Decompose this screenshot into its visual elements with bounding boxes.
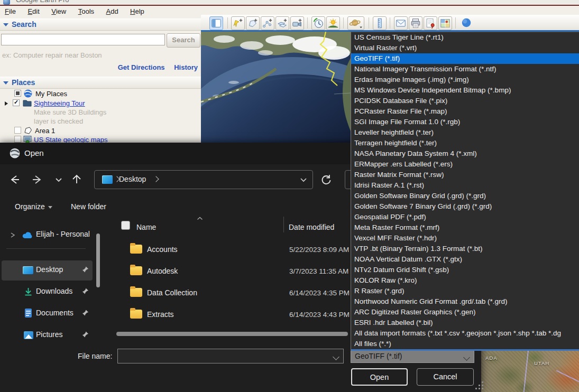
ruler-button[interactable] <box>373 16 387 30</box>
sidebar-item-downloads[interactable]: Downloads <box>2 282 93 302</box>
satellite-imagery[interactable]: ADA UTAH <box>480 349 579 392</box>
search-button[interactable]: Search <box>167 33 200 48</box>
up-button[interactable] <box>69 172 85 187</box>
format-option[interactable]: Vexcel MFF Raster (*.hdr) <box>351 233 579 244</box>
back-button[interactable] <box>6 172 22 187</box>
menu-add[interactable]: Add <box>102 6 123 15</box>
geologic-maps-checkbox[interactable] <box>14 136 21 143</box>
menu-help[interactable]: Help <box>125 6 149 15</box>
print-button[interactable] <box>409 16 422 30</box>
format-option[interactable]: Golden Software Binary Grid (.grd) (*.gr… <box>351 191 579 201</box>
tree-item-area-1[interactable]: Area 1 <box>0 126 200 135</box>
horizontal-scrollbar[interactable] <box>116 332 348 336</box>
view-in-maps-button[interactable] <box>438 16 452 30</box>
format-option[interactable]: PCIDSK Database File (*.pix) <box>351 96 579 106</box>
format-option[interactable]: KOLOR Raw (*.kro) <box>351 275 579 286</box>
file-row-accounts[interactable]: Accounts 5/22/2023 8:09 AM <box>111 240 349 260</box>
format-option[interactable]: National Imagery Transmission Format (*.… <box>351 64 579 74</box>
record-tour-button[interactable] <box>290 16 304 30</box>
format-option[interactable]: SGI Image File Format 1.0 (*.rgb) <box>351 117 579 127</box>
recent-locations-button[interactable] <box>51 172 67 187</box>
format-option[interactable]: Leveller heightfield (*.ter) <box>351 127 579 138</box>
select-all-checkbox[interactable] <box>121 221 130 230</box>
menu-tools[interactable]: Tools <box>73 6 99 15</box>
email-button[interactable] <box>394 16 408 30</box>
format-option[interactable]: VTP .bt (Binary Terrain) 1.3 Format (*.b… <box>351 244 579 254</box>
places-panel-header[interactable]: Places <box>0 77 201 89</box>
address-dropdown-chevron-icon[interactable] <box>300 178 307 183</box>
format-option[interactable]: Erdas Imagine Images (.img) (*.img) <box>351 74 579 85</box>
search-panel-header[interactable]: Search <box>0 18 201 31</box>
format-option[interactable]: Raster Matrix Format (*.rsw) <box>351 170 579 180</box>
format-option[interactable]: NASA Planetary Data System 4 (*.xml) <box>351 148 579 159</box>
cancel-button[interactable]: Cancel <box>417 368 474 386</box>
sidebar-item-documents[interactable]: Documents <box>2 304 93 324</box>
get-directions-link[interactable]: Get Directions <box>118 63 165 71</box>
format-option[interactable]: ERMapper .ers Labelled (*.ers) <box>351 159 579 170</box>
add-polygon-button[interactable] <box>246 16 260 30</box>
map-view[interactable] <box>201 32 351 143</box>
file-row-extracts[interactable]: Extracts 6/14/2023 4:43 PM <box>111 305 349 325</box>
file-row-data-collection[interactable]: Data Collection 6/14/2023 4:35 PM <box>111 284 349 304</box>
format-option[interactable]: Northwood Numeric Grid Format .grd/.tab … <box>351 296 579 307</box>
history-link[interactable]: History <box>174 63 198 71</box>
column-header-name[interactable]: Name <box>136 223 156 231</box>
add-path-button[interactable] <box>261 16 274 30</box>
format-option[interactable]: R Raster (*.grd) <box>351 286 579 296</box>
address-bar[interactable]: Desktop <box>94 170 313 189</box>
format-option[interactable]: Idrisi Raster A.1 (*.rst) <box>351 180 579 191</box>
refresh-button[interactable] <box>318 172 334 187</box>
globe-button[interactable] <box>459 16 473 30</box>
add-image-overlay-button[interactable] <box>275 16 289 30</box>
search-input[interactable] <box>1 34 165 45</box>
format-option[interactable]: MS Windows Device Independent Bitmap (*.… <box>351 85 579 96</box>
breadcrumb-location[interactable]: Desktop <box>119 175 146 183</box>
sightseeing-checkbox[interactable] <box>13 99 20 106</box>
format-option[interactable]: Geospatial PDF (*.pdf) <box>351 212 579 222</box>
file-name-input[interactable] <box>120 350 328 363</box>
sightseeing-tour-link[interactable]: Sightseeing Tour <box>34 99 85 107</box>
menu-edit[interactable]: Edit <box>23 6 44 15</box>
save-image-button[interactable] <box>424 16 437 30</box>
column-header-date-modified[interactable]: Date modified <box>289 223 334 231</box>
sidebar-item-desktop[interactable]: Desktop <box>2 260 93 281</box>
menu-view[interactable]: View <box>47 6 71 15</box>
format-option[interactable]: NTv2 Datum Grid Shift (*.gsb) <box>351 265 579 275</box>
format-option[interactable]: Virtual Raster (*.vrt) <box>351 43 579 53</box>
file-name-combo[interactable] <box>117 349 344 363</box>
forward-button[interactable] <box>30 172 45 187</box>
sidebar-item-onedrive[interactable]: Elijah - Personal <box>2 225 93 245</box>
tree-item-sightseeing-tour[interactable]: Sightseeing Tour <box>0 99 200 108</box>
format-option[interactable]: PCRaster Raster File (*.map) <box>351 106 579 117</box>
planets-button[interactable] <box>347 16 364 30</box>
sidebar-scrollbar[interactable] <box>96 234 100 287</box>
format-option[interactable]: Terragen heightfield (*.ter) <box>351 138 579 148</box>
open-button[interactable]: Open <box>351 368 408 386</box>
format-option-selected[interactable]: GeoTIFF (*.tif) <box>351 53 579 64</box>
tree-item-my-places[interactable]: My Places <box>0 89 200 98</box>
organize-button[interactable]: Organize <box>15 202 52 211</box>
area1-checkbox[interactable] <box>14 127 21 134</box>
add-placemark-button[interactable] <box>231 16 245 30</box>
expander-chevron-icon[interactable] <box>10 232 15 238</box>
menu-file[interactable]: File <box>0 6 21 15</box>
format-option[interactable]: US Census Tiger Line (*.rt1) <box>351 32 579 43</box>
file-row-autodesk[interactable]: Autodesk 3/7/2023 11:35 AM <box>111 262 349 282</box>
format-option[interactable]: ESRI .hdr Labelled (*.bil) <box>351 318 579 328</box>
format-option[interactable]: Golden Software 7 Binary Grid (.grd) (*.… <box>351 201 579 212</box>
format-option[interactable]: All data import formats (*.txt *.csv *.g… <box>351 328 579 339</box>
historical-imagery-button[interactable] <box>311 16 325 30</box>
expander-icon[interactable] <box>5 101 8 106</box>
format-option[interactable]: Meta Raster Format (*.mrf) <box>351 222 579 233</box>
sunlight-button[interactable] <box>326 16 340 30</box>
format-option[interactable]: NOAA Vertical Datum .GTX (*.gtx) <box>351 254 579 265</box>
show-sidebar-button[interactable] <box>209 16 223 30</box>
sidebar-item-pictures[interactable]: Pictures <box>2 325 93 346</box>
column-divider[interactable] <box>283 217 284 232</box>
chevron-down-icon[interactable] <box>333 353 339 360</box>
file-type-combo[interactable]: GeoTIFF (*.tif) <box>351 349 474 363</box>
my-places-checkbox[interactable] <box>14 90 21 97</box>
format-option[interactable]: ARC Digitized Raster Graphics (*.gen) <box>351 307 579 318</box>
resize-grip[interactable] <box>475 381 485 391</box>
format-option[interactable]: All files (*.*) <box>351 339 579 349</box>
